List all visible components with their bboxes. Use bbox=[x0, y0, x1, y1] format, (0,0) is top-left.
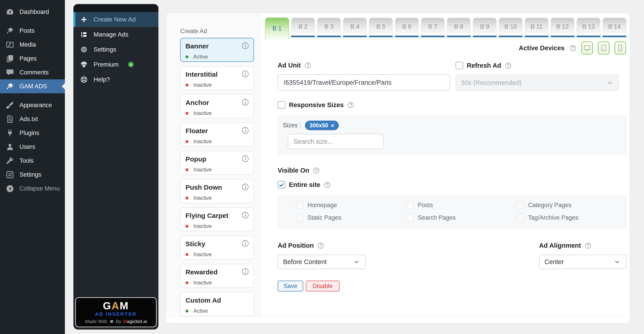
sidebar-item-comments[interactable]: Comments bbox=[0, 65, 65, 79]
plugin-menu-item-create-new-ad[interactable]: Create New Ad bbox=[74, 12, 158, 27]
ad-type-card-popup[interactable]: PopupInactive bbox=[180, 151, 254, 175]
sidebar-item-media[interactable]: Media bbox=[0, 38, 65, 52]
help-icon[interactable] bbox=[313, 167, 320, 174]
ad-type-status: Inactive bbox=[186, 138, 248, 144]
plugin-sidebar: Create New AdManage AdsSettingsPremiumHe… bbox=[74, 4, 158, 329]
tab-b-13[interactable]: B 13 bbox=[576, 18, 600, 37]
ad-type-card-sticky[interactable]: StickyInactive bbox=[180, 236, 254, 260]
device-toggle-mobile[interactable] bbox=[614, 42, 626, 55]
homepage-checkbox[interactable] bbox=[296, 201, 304, 209]
sidebar-item-ads-txt[interactable]: Ads.txt bbox=[0, 112, 65, 126]
ad-type-status: Inactive bbox=[186, 223, 248, 229]
device-toggle-desktop[interactable] bbox=[581, 42, 593, 55]
info-icon[interactable] bbox=[242, 268, 249, 275]
tab-b-3[interactable]: B 3 bbox=[317, 18, 341, 37]
plugin-menu-item-settings[interactable]: Settings bbox=[74, 42, 158, 57]
tab-b-4[interactable]: B 4 bbox=[343, 18, 367, 37]
sidebar-item-appearance[interactable]: Appearance bbox=[0, 98, 65, 112]
ad-type-name: Popup bbox=[186, 155, 248, 163]
tab-b-8[interactable]: B 8 bbox=[447, 18, 471, 37]
tab-b-5[interactable]: B 5 bbox=[369, 18, 393, 37]
sidebar-item-users[interactable]: Users bbox=[0, 140, 65, 154]
ad-type-card-flying-carpet[interactable]: Flying CarpetInactive bbox=[180, 207, 254, 231]
refresh-ad-checkbox[interactable] bbox=[456, 62, 463, 69]
ad-type-card-rewarded[interactable]: RewardedInactive bbox=[180, 264, 254, 288]
ad-position-select[interactable]: Before Content bbox=[278, 255, 366, 269]
posts-checkbox[interactable] bbox=[406, 201, 414, 209]
info-icon[interactable] bbox=[242, 70, 249, 78]
responsive-sizes-checkbox[interactable] bbox=[278, 101, 285, 109]
status-dot-inactive bbox=[186, 168, 188, 171]
size-search-input[interactable] bbox=[288, 134, 384, 149]
sidebar-item-pages[interactable]: Pages bbox=[0, 52, 65, 65]
search-pages-checkbox[interactable] bbox=[406, 214, 414, 222]
tab-b-9[interactable]: B 9 bbox=[472, 18, 497, 37]
help-icon[interactable] bbox=[304, 62, 311, 69]
ad-type-name: Banner bbox=[186, 42, 248, 50]
sidebar-item-plugins[interactable]: Plugins bbox=[0, 126, 65, 140]
collapse-icon bbox=[6, 185, 14, 193]
visible-on-option-homepage: Homepage bbox=[296, 201, 406, 209]
status-dot-inactive bbox=[186, 281, 188, 284]
save-button[interactable]: Save bbox=[278, 281, 303, 291]
status-label: Active bbox=[193, 308, 208, 314]
help-icon[interactable] bbox=[317, 242, 324, 249]
static-pages-checkbox[interactable] bbox=[296, 214, 304, 222]
info-icon[interactable] bbox=[242, 155, 249, 162]
tab-b-12[interactable]: B 12 bbox=[550, 18, 575, 37]
sidebar-item-dashboard[interactable]: Dashboard bbox=[0, 5, 65, 19]
info-icon[interactable] bbox=[242, 98, 249, 106]
tab-b-14[interactable]: B 14 bbox=[602, 18, 626, 37]
help-icon[interactable] bbox=[324, 181, 331, 188]
plugin-menu-item-manage-ads[interactable]: Manage Ads bbox=[74, 27, 158, 42]
help-icon[interactable] bbox=[347, 102, 354, 108]
status-label: Inactive bbox=[193, 82, 212, 88]
entire-site-checkbox[interactable] bbox=[278, 181, 285, 189]
info-icon[interactable] bbox=[242, 240, 249, 247]
sidebar-item-tools[interactable]: Tools bbox=[0, 154, 65, 168]
logo-letter: G bbox=[103, 300, 112, 311]
credit-brand-link[interactable]: Magicbid.ai bbox=[123, 319, 147, 324]
ad-type-card-custom-ad[interactable]: Custom AdActive bbox=[180, 292, 254, 316]
ad-type-card-push-down[interactable]: Push DownInactive bbox=[180, 179, 254, 203]
tab-b-7[interactable]: B 7 bbox=[421, 18, 445, 37]
info-icon[interactable] bbox=[242, 211, 249, 219]
device-toggle-tablet[interactable] bbox=[598, 42, 610, 55]
ad-type-card-interstitial[interactable]: InterstitialInactive bbox=[180, 66, 254, 90]
help-icon[interactable] bbox=[505, 62, 512, 69]
info-icon[interactable] bbox=[242, 183, 249, 191]
ad-unit-input[interactable] bbox=[278, 74, 450, 91]
tab-b-1[interactable]: B 1 bbox=[265, 18, 289, 39]
sizes-label: Sizes : bbox=[283, 122, 301, 129]
info-icon[interactable] bbox=[242, 42, 249, 50]
plugin-menu-item-help[interactable]: Help? bbox=[74, 72, 158, 87]
tab-b-2[interactable]: B 2 bbox=[291, 18, 315, 37]
help-icon[interactable] bbox=[584, 242, 592, 249]
sidebar-item-gam-ads[interactable]: GAM ADS bbox=[0, 79, 65, 93]
ad-settings-column: B 1B 2B 3B 4B 5B 6B 7B 8B 9B 10B 11B 12B… bbox=[260, 13, 630, 316]
info-icon[interactable] bbox=[242, 127, 249, 134]
plugin-menu-item-premium[interactable]: Premium bbox=[74, 57, 158, 72]
ad-type-card-banner[interactable]: BannerActive bbox=[180, 38, 254, 62]
help-icon[interactable] bbox=[570, 45, 576, 52]
category-pages-checkbox[interactable] bbox=[516, 201, 524, 209]
plugin-menu-item-label: Create New Ad bbox=[94, 16, 136, 23]
disable-button[interactable]: Disable bbox=[306, 281, 340, 291]
remove-size-icon[interactable]: × bbox=[331, 123, 334, 128]
sidebar-item-collapse-menu[interactable]: Collapse Menu bbox=[0, 182, 65, 196]
tag-archive-pages-checkbox[interactable] bbox=[516, 214, 524, 222]
tab-b-10[interactable]: B 10 bbox=[498, 18, 523, 37]
ad-type-card-anchor[interactable]: AnchorInactive bbox=[180, 94, 254, 118]
ad-alignment-select[interactable]: Center bbox=[539, 255, 626, 269]
pages-icon bbox=[6, 55, 14, 63]
ad-type-status: Active bbox=[186, 308, 248, 314]
ad-position-label: Ad Position bbox=[278, 242, 314, 249]
refresh-interval-select[interactable]: 30s (Recommended) bbox=[456, 75, 619, 91]
sidebar-item-posts[interactable]: Posts bbox=[0, 24, 65, 38]
ad-type-card-floater[interactable]: FloaterInactive bbox=[180, 123, 254, 147]
tab-b-6[interactable]: B 6 bbox=[395, 18, 419, 37]
tab-b-11[interactable]: B 11 bbox=[524, 18, 549, 37]
settings-icon bbox=[6, 171, 14, 179]
verified-icon bbox=[128, 61, 134, 68]
sidebar-item-settings[interactable]: Settings bbox=[0, 168, 65, 182]
